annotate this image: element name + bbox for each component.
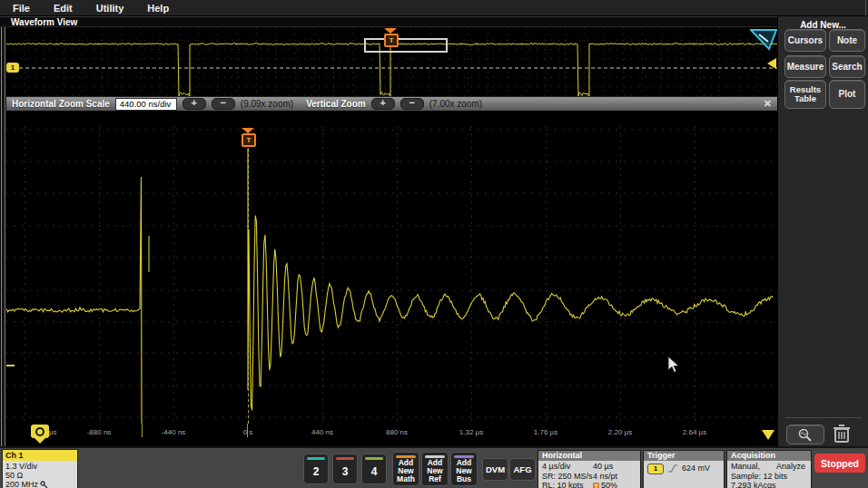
vertical-zoom-plus-button[interactable]: + (371, 98, 395, 110)
vertical-zoom-factor: (7.00x zoom) (429, 99, 482, 109)
channel-3-button[interactable]: 3 (332, 454, 358, 484)
acquisition-title: Acquisition (727, 451, 811, 461)
add-plot-button[interactable]: Plot (829, 80, 865, 109)
channel-1-bandwidth: 200 MHz (5, 480, 38, 488)
trigger-source-badge: 1 (647, 464, 664, 474)
zoom-waveform-plot[interactable] (6, 127, 777, 424)
waveform-view-tab[interactable]: Waveform View (0, 16, 777, 27)
trigger-level-arrow-icon[interactable] (767, 58, 776, 69)
add-measure-button[interactable]: Measure (784, 55, 826, 78)
horizontal-zoom-factor: (9.09x zoom) (241, 99, 293, 109)
acquisition-analyze: Analyze (776, 462, 805, 472)
add-new-ref-button[interactable]: Add New Ref (421, 452, 449, 486)
trigger-position-icon: T (593, 483, 599, 488)
draw-zoom-icon[interactable] (750, 29, 777, 51)
zoom-scale-bar: Horizontal Zoom Scale 440.00 ns/div + − … (6, 96, 777, 111)
menu-file[interactable]: File (13, 3, 30, 14)
channel-reference-tick (6, 365, 15, 366)
menu-utility[interactable]: Utility (96, 3, 124, 14)
menu-help[interactable]: Help (147, 3, 169, 14)
channel-1-impedance: 50 Ω (5, 471, 74, 480)
trigger-level: 624 mV (682, 464, 710, 473)
acquisition-mode: Manual, (731, 462, 760, 472)
acquisition-count: 7.293 kAcqs (731, 481, 807, 488)
channel-1-label: Ch 1 (3, 450, 77, 461)
add-results-table-button[interactable]: Results Table (784, 80, 826, 109)
horizontal-settings-panel[interactable]: Horizontal 4 µs/div40 µs SR: 250 MS/s4 n… (538, 450, 641, 488)
horizontal-title: Horizontal (538, 451, 640, 461)
vertical-zoom-minus-button[interactable]: − (400, 98, 424, 110)
add-new-panel: Add New... Cursors Note Measure Search R… (777, 16, 868, 446)
add-note-button[interactable]: Note (829, 29, 865, 52)
add-cursors-button[interactable]: Cursors (784, 29, 826, 52)
waveform-axis-spike (142, 424, 143, 437)
channel-1-badge[interactable]: Ch 1 1.3 V/div 50 Ω 200 MHz (2, 449, 78, 488)
channel-2-button[interactable]: 2 (303, 454, 329, 484)
channel-1-scale: 1.3 V/div (5, 462, 74, 471)
sample-rate: SR: 250 MS/s (542, 472, 593, 482)
zoom-time-label: 0 s (224, 428, 271, 436)
trigger-position-marker-icon[interactable]: T (384, 28, 399, 47)
zoom-time-label: 440 ns (299, 428, 346, 436)
add-search-button[interactable]: Search (829, 55, 865, 78)
horizontal-zoom-minus-button[interactable]: − (212, 98, 235, 110)
horizontal-zoom-scale-input[interactable]: 440.00 ns/div (115, 98, 177, 111)
stopped-status-button[interactable]: Stopped (814, 454, 865, 473)
horizontal-zoom-plus-button[interactable]: + (182, 98, 206, 110)
rising-slope-icon (667, 464, 678, 473)
vertical-zoom-label: Vertical Zoom (306, 99, 366, 109)
zoom-time-label: 2.20 µs (597, 428, 644, 436)
zoom-time-label: 1.32 µs (448, 428, 495, 436)
trash-icon[interactable] (831, 423, 853, 444)
trigger-title: Trigger (644, 451, 724, 461)
probe-icon (40, 481, 48, 488)
zoom-time-label: 880 ns (373, 428, 420, 436)
horizontal-zoom-scale-label: Horizontal Zoom Scale (12, 99, 110, 109)
horizontal-scale: 4 µs/div (542, 462, 593, 472)
menu-bar: File Edit Utility Help (0, 0, 868, 16)
trigger-level-offscreen-arrow-icon[interactable] (762, 430, 774, 440)
trigger-settings-panel[interactable]: Trigger 1 624 mV (643, 450, 725, 488)
zoom-time-label: -880 ns (75, 428, 123, 436)
channel-4-button[interactable]: 4 (361, 454, 387, 484)
zoom-time-label: 2.64 µs (671, 428, 718, 436)
add-new-math-button[interactable]: Add New Math (392, 452, 419, 486)
zoom-close-icon[interactable]: ✕ (764, 98, 772, 110)
afg-button[interactable]: AFG (509, 458, 536, 481)
add-new-bus-button[interactable]: Add New Bus (450, 452, 478, 486)
mouse-cursor (667, 356, 680, 374)
oscilloscope-app: File Edit Utility Help Waveform View 3.9… (0, 0, 868, 488)
panel-divider (785, 417, 862, 418)
trigger-position-percent: 50% (601, 481, 617, 488)
zoom-time-label: 1.76 µs (522, 428, 569, 436)
waveform-view-title: Waveform View (11, 17, 77, 27)
settings-bar: Ch 1 1.3 V/div 50 Ω 200 MHz 2 3 (0, 446, 868, 488)
sample-interval: 4 ns/pt (593, 472, 617, 482)
trigger-position-marker-icon[interactable]: T (242, 128, 256, 147)
acquisition-sample-bits: Sample: 12 bits (731, 472, 807, 482)
menu-edit[interactable]: Edit (54, 3, 73, 14)
horizontal-window: 40 µs (593, 462, 613, 472)
clipped-indicator-icon[interactable] (31, 425, 49, 444)
zoom-overview-button[interactable] (786, 425, 824, 444)
magnifier-icon (796, 427, 814, 442)
trigger-axis-line (247, 424, 248, 437)
channel-position-marker-icon[interactable]: 1 (6, 63, 19, 73)
zoom-time-label: -440 ns (150, 428, 197, 436)
window-left-edge (0, 27, 6, 488)
dvm-button[interactable]: DVM (482, 458, 508, 481)
record-length: RL: 10 kpts (542, 481, 593, 488)
acquisition-settings-panel[interactable]: Acquisition Manual, Analyze Sample: 12 b… (726, 450, 812, 488)
